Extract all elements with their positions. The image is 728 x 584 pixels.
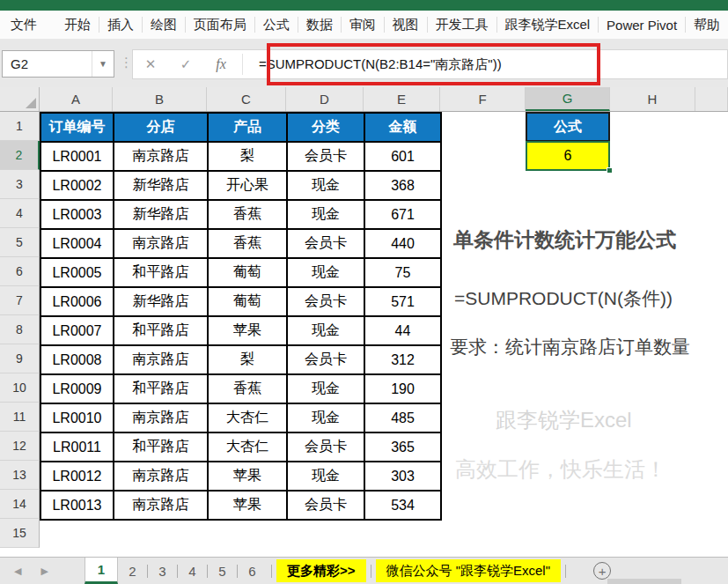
cell-E14[interactable]: 534 bbox=[364, 491, 441, 520]
cell-C3[interactable]: 开心果 bbox=[208, 171, 287, 200]
cell-E3[interactable]: 368 bbox=[364, 171, 441, 200]
cell-E7[interactable]: 571 bbox=[364, 287, 441, 316]
cell-E8[interactable]: 44 bbox=[364, 316, 441, 345]
name-box-dropdown-icon[interactable]: ▼ bbox=[92, 51, 114, 77]
row-header-13[interactable]: 13 bbox=[0, 461, 40, 490]
sheet-tab-1[interactable]: 1 bbox=[85, 558, 118, 584]
cell-A4[interactable]: LR0003 bbox=[40, 200, 114, 229]
sheet-tab-2[interactable]: 2 bbox=[118, 558, 147, 584]
cell-A12[interactable]: LR0011 bbox=[40, 432, 114, 462]
sheet-tab-3[interactable]: 3 bbox=[148, 558, 177, 584]
sheet-nav-left-icon[interactable]: ◀ bbox=[14, 566, 21, 577]
cell-C4[interactable]: 香蕉 bbox=[208, 200, 287, 229]
cell-B9[interactable]: 南京路店 bbox=[114, 345, 208, 374]
cell-D13[interactable]: 现金 bbox=[287, 462, 364, 491]
cell-B8[interactable]: 和平路店 bbox=[114, 316, 208, 345]
row-header-14[interactable]: 14 bbox=[0, 490, 40, 519]
cell-E11[interactable]: 485 bbox=[364, 403, 441, 432]
menu-tab-developer[interactable]: 开发工具 bbox=[428, 17, 496, 33]
row-header-11[interactable]: 11 bbox=[0, 403, 40, 432]
cell-D6[interactable]: 现金 bbox=[287, 258, 364, 287]
cell-B12[interactable]: 和平路店 bbox=[114, 432, 208, 462]
cell-A2[interactable]: LR0001 bbox=[40, 142, 114, 171]
cell-A10[interactable]: LR0009 bbox=[40, 374, 114, 403]
cell-D5[interactable]: 会员卡 bbox=[287, 229, 364, 258]
cell-E13[interactable]: 303 bbox=[364, 462, 441, 491]
cell-D10[interactable]: 现金 bbox=[287, 374, 364, 403]
row-header-12[interactable]: 12 bbox=[0, 432, 40, 461]
menu-tab-follow-lirui-excel[interactable]: 跟李锐学Excel bbox=[496, 17, 598, 33]
cell-A3[interactable]: LR0002 bbox=[40, 171, 114, 200]
sheet-tab-4[interactable]: 4 bbox=[178, 558, 207, 584]
cell-A9[interactable]: LR0008 bbox=[40, 345, 114, 374]
cell-C6[interactable]: 葡萄 bbox=[208, 258, 287, 287]
menu-tab-help[interactable]: 帮助 bbox=[686, 17, 728, 33]
cell-A11[interactable]: LR0010 bbox=[40, 403, 114, 432]
cell-C9[interactable]: 梨 bbox=[208, 345, 287, 374]
cell-A8[interactable]: LR0007 bbox=[40, 316, 114, 345]
row-header-2[interactable]: 2 bbox=[0, 141, 40, 170]
cell-D14[interactable]: 会员卡 bbox=[287, 491, 364, 520]
sheet-nav-right-icon[interactable]: ▶ bbox=[40, 566, 48, 577]
formula-input[interactable]: =SUMPRODUCT(N(B2:B14="南京路店")) bbox=[246, 56, 502, 73]
cell-A14[interactable]: LR0013 bbox=[40, 491, 114, 520]
menu-tab-review[interactable]: 审阅 bbox=[342, 17, 384, 33]
cell-B4[interactable]: 新华路店 bbox=[114, 200, 208, 229]
cell-C11[interactable]: 大杏仁 bbox=[208, 403, 287, 432]
row-header-1[interactable]: 1 bbox=[0, 112, 40, 141]
cell-E12[interactable]: 365 bbox=[364, 432, 441, 462]
row-header-8[interactable]: 8 bbox=[0, 315, 40, 344]
table-header-E1[interactable]: 金额 bbox=[364, 113, 441, 142]
cell-D9[interactable]: 会员卡 bbox=[287, 345, 364, 374]
cell-G2-selected[interactable]: 6 bbox=[526, 141, 610, 171]
cell-A6[interactable]: LR0005 bbox=[40, 258, 114, 287]
cell-E10[interactable]: 190 bbox=[364, 374, 441, 403]
cell-D4[interactable]: 现金 bbox=[287, 200, 364, 229]
table-header-B1[interactable]: 分店 bbox=[114, 113, 208, 142]
enter-icon[interactable]: ✓ bbox=[168, 56, 203, 72]
cell-D3[interactable]: 现金 bbox=[287, 171, 364, 200]
cell-B13[interactable]: 南京路店 bbox=[114, 462, 208, 491]
cell-A7[interactable]: LR0006 bbox=[40, 287, 114, 316]
table-header-A1[interactable]: 订单编号 bbox=[40, 113, 114, 142]
table-header-C1[interactable]: 产品 bbox=[208, 113, 287, 142]
cell-C5[interactable]: 香蕉 bbox=[208, 229, 287, 258]
cell-B6[interactable]: 和平路店 bbox=[114, 258, 208, 287]
menu-tab-file[interactable]: 文件 bbox=[0, 17, 49, 33]
cell-C12[interactable]: 大杏仁 bbox=[208, 432, 287, 462]
cell-A13[interactable]: LR0012 bbox=[40, 462, 114, 491]
sheet-tab-promo1[interactable]: 更多精彩>> bbox=[276, 559, 366, 582]
cell-B5[interactable]: 南京路店 bbox=[114, 229, 208, 258]
cell-B10[interactable]: 和平路店 bbox=[114, 374, 208, 403]
cell-A5[interactable]: LR0004 bbox=[40, 229, 114, 258]
column-header-G[interactable]: G bbox=[526, 87, 610, 111]
name-box[interactable]: G2 ▼ bbox=[2, 50, 114, 78]
cell-B7[interactable]: 新华路店 bbox=[114, 287, 208, 316]
row-header-7[interactable]: 7 bbox=[0, 286, 40, 315]
cell-D12[interactable]: 会员卡 bbox=[287, 432, 364, 462]
row-header-6[interactable]: 6 bbox=[0, 257, 40, 286]
menu-tab-insert[interactable]: 插入 bbox=[99, 17, 142, 33]
cell-E6[interactable]: 75 bbox=[364, 258, 441, 287]
cell-E4[interactable]: 671 bbox=[364, 200, 441, 229]
cell-D2[interactable]: 会员卡 bbox=[287, 142, 364, 171]
column-header-A[interactable]: A bbox=[40, 87, 113, 111]
sheet-tab-promo2[interactable]: 微信公众号 "跟李锐学Excel" bbox=[376, 559, 562, 582]
column-header-C[interactable]: C bbox=[207, 87, 286, 111]
menu-tab-draw[interactable]: 绘图 bbox=[143, 17, 185, 33]
cell-D8[interactable]: 现金 bbox=[287, 316, 364, 345]
cell-D7[interactable]: 会员卡 bbox=[287, 287, 364, 316]
column-header-B[interactable]: B bbox=[113, 87, 207, 111]
row-header-10[interactable]: 10 bbox=[0, 373, 40, 403]
cancel-icon[interactable]: ✕ bbox=[133, 56, 168, 72]
select-all-button[interactable] bbox=[0, 87, 40, 111]
fill-handle[interactable] bbox=[607, 167, 613, 174]
row-header-3[interactable]: 3 bbox=[0, 170, 40, 199]
cell-D11[interactable]: 现金 bbox=[287, 403, 364, 432]
menu-tab-page-layout[interactable]: 页面布局 bbox=[186, 17, 254, 33]
menu-tab-home[interactable]: 开始 bbox=[56, 17, 99, 33]
cell-E5[interactable]: 440 bbox=[364, 229, 441, 258]
cell-B2[interactable]: 南京路店 bbox=[114, 142, 208, 171]
formula-bar-resize-handle[interactable]: ⋮ bbox=[120, 55, 131, 70]
row-header-5[interactable]: 5 bbox=[0, 228, 40, 257]
